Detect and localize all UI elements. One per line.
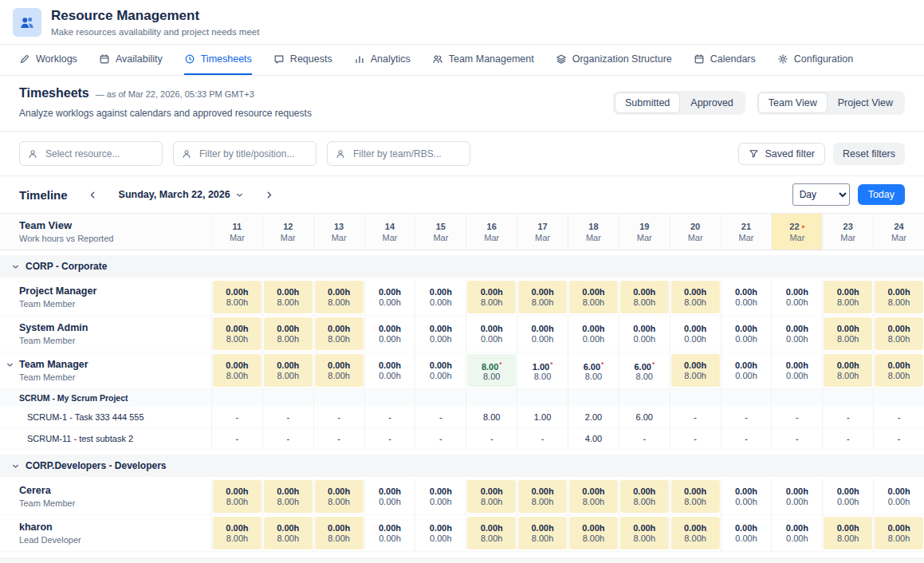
timesheet-cell[interactable]: 0.00h0.00h bbox=[364, 279, 415, 315]
task-hours-cell[interactable]: - bbox=[873, 428, 924, 449]
task-hours-cell[interactable]: - bbox=[873, 407, 924, 427]
saved-filter-button[interactable]: Saved filter bbox=[738, 143, 825, 165]
task-hours-cell[interactable]: - bbox=[415, 407, 466, 427]
timesheet-cell[interactable]: 0.00h0.00h bbox=[771, 316, 822, 352]
timesheet-cell[interactable]: 0.00h8.00h bbox=[262, 478, 313, 514]
day-header-17[interactable]: 17Mar bbox=[517, 214, 568, 250]
timesheet-cell[interactable]: 0.00h8.00h bbox=[211, 478, 262, 514]
timesheet-cell[interactable]: 0.00h0.00h bbox=[364, 515, 415, 551]
title-filter[interactable] bbox=[173, 141, 317, 166]
timesheet-cell[interactable]: 0.00h8.00h bbox=[313, 316, 364, 352]
task-label[interactable]: SCRUM-1 - Task 333 444 555 bbox=[0, 407, 211, 427]
task-hours-cell[interactable]: - bbox=[721, 407, 772, 427]
day-header-16[interactable]: 16Mar bbox=[466, 214, 517, 250]
approved-button[interactable]: Approved bbox=[680, 93, 744, 113]
resource-input[interactable] bbox=[44, 148, 155, 160]
timesheet-cell[interactable]: 0.00h0.00h bbox=[415, 352, 466, 388]
tab-calendars[interactable]: Calendars bbox=[694, 45, 756, 75]
timesheet-cell[interactable]: 0.00h8.00h bbox=[568, 478, 619, 514]
chevron-down-icon[interactable] bbox=[11, 462, 20, 470]
timesheet-cell[interactable]: 0.00h8.00h bbox=[822, 515, 873, 551]
task-hours-cell[interactable]: - bbox=[771, 428, 822, 449]
timesheet-cell[interactable]: 0.00h0.00h bbox=[873, 478, 924, 514]
task-hours-cell[interactable]: 8.00 bbox=[466, 407, 517, 427]
team-view-button[interactable]: Team View bbox=[758, 93, 828, 113]
title-filter-input[interactable] bbox=[198, 148, 309, 160]
timesheet-cell[interactable]: 0.00h8.00h bbox=[313, 352, 364, 388]
timesheet-cell[interactable]: 0.00h8.00h bbox=[466, 515, 517, 551]
timesheet-cell[interactable]: 0.00h8.00h bbox=[873, 515, 924, 551]
timesheet-cell[interactable]: 0.00h8.00h bbox=[670, 279, 721, 315]
day-header-11[interactable]: 11Mar bbox=[211, 214, 262, 250]
timesheet-cell[interactable]: 0.00h0.00h bbox=[364, 352, 415, 388]
task-hours-cell[interactable]: - bbox=[670, 407, 721, 427]
task-hours-cell[interactable]: - bbox=[619, 428, 670, 449]
timesheet-cell[interactable]: 0.00h0.00h bbox=[364, 478, 415, 514]
tab-availability[interactable]: Availability bbox=[99, 45, 163, 75]
task-hours-cell[interactable]: - bbox=[670, 428, 721, 449]
day-header-22[interactable]: 22 •Mar bbox=[771, 214, 822, 250]
tab-worklogs[interactable]: Worklogs bbox=[19, 45, 77, 75]
reset-filters-button[interactable]: Reset filters bbox=[833, 143, 905, 165]
team-filter-input[interactable] bbox=[352, 148, 462, 160]
timesheet-cell[interactable]: 0.00h8.00h bbox=[873, 316, 924, 352]
timesheet-cell[interactable]: 0.00h8.00h bbox=[466, 279, 517, 315]
timesheet-cell[interactable]: 1.00•8.00 bbox=[517, 352, 568, 388]
timesheet-cell[interactable]: 0.00h8.00h bbox=[670, 515, 721, 551]
timesheet-cell[interactable]: 0.00h8.00h bbox=[568, 279, 619, 315]
date-selector[interactable]: Sunday, March 22, 2026 bbox=[114, 188, 249, 201]
timesheet-cell[interactable]: 0.00h8.00h bbox=[211, 515, 262, 551]
group-header[interactable]: CORP - Corporate bbox=[0, 255, 924, 278]
task-hours-cell[interactable]: 6.00 bbox=[619, 407, 670, 427]
tab-requests[interactable]: Requests bbox=[273, 45, 332, 75]
tab-analytics[interactable]: Analytics bbox=[354, 45, 411, 75]
task-hours-cell[interactable]: 1.00 bbox=[517, 407, 568, 427]
timesheet-cell[interactable]: 0.00h8.00h bbox=[670, 352, 721, 388]
timesheet-cell[interactable]: 0.00h0.00h bbox=[517, 316, 568, 352]
timesheet-cell[interactable]: 0.00h0.00h bbox=[771, 478, 822, 514]
team-filter[interactable] bbox=[327, 141, 470, 166]
day-header-13[interactable]: 13Mar bbox=[313, 214, 364, 250]
task-hours-cell[interactable]: - bbox=[517, 428, 568, 449]
timesheet-cell[interactable]: 0.00h0.00h bbox=[415, 515, 466, 551]
timesheet-cell[interactable]: 0.00h8.00h bbox=[822, 279, 873, 315]
timesheet-cell[interactable]: 0.00h0.00h bbox=[822, 478, 873, 514]
timesheet-cell[interactable]: 0.00h8.00h bbox=[211, 316, 262, 352]
timesheet-cell[interactable]: 0.00h8.00h bbox=[619, 279, 670, 315]
prev-day-button[interactable] bbox=[84, 185, 103, 204]
timesheet-cell[interactable]: 0.00h8.00h bbox=[619, 515, 670, 551]
timesheet-cell[interactable]: 0.00h0.00h bbox=[721, 352, 772, 388]
timesheet-cell[interactable]: 0.00h0.00h bbox=[771, 352, 822, 388]
next-day-button[interactable] bbox=[260, 185, 279, 204]
timesheet-cell[interactable]: 0.00h0.00h bbox=[721, 515, 772, 551]
task-hours-cell[interactable]: - bbox=[822, 407, 873, 427]
task-label[interactable]: SCRUM-11 - test subtask 2 bbox=[0, 428, 211, 449]
timesheet-cell[interactable]: 6.00•8.00 bbox=[568, 352, 619, 388]
task-hours-cell[interactable]: - bbox=[364, 407, 415, 427]
timesheet-cell[interactable]: 0.00h8.00h bbox=[568, 515, 619, 551]
day-header-14[interactable]: 14Mar bbox=[364, 214, 415, 250]
task-hours-cell[interactable]: - bbox=[211, 407, 262, 427]
timesheet-cell[interactable]: 0.00h8.00h bbox=[211, 279, 262, 315]
timesheet-cell[interactable]: 0.00h8.00h bbox=[619, 478, 670, 514]
task-hours-cell[interactable]: - bbox=[822, 428, 873, 449]
chevron-down-icon[interactable] bbox=[6, 360, 14, 369]
project-view-button[interactable]: Project View bbox=[828, 93, 903, 113]
timesheet-cell[interactable]: 0.00h8.00h bbox=[313, 279, 364, 315]
timesheet-cell[interactable]: 0.00h0.00h bbox=[619, 316, 670, 352]
tab-timesheets[interactable]: Timesheets bbox=[184, 45, 252, 75]
day-header-15[interactable]: 15Mar bbox=[415, 214, 466, 250]
task-hours-cell[interactable]: 2.00 bbox=[568, 407, 619, 427]
timesheet-cell[interactable]: 0.00h8.00h bbox=[822, 352, 873, 388]
day-header-20[interactable]: 20Mar bbox=[670, 214, 721, 250]
day-header-19[interactable]: 19Mar bbox=[619, 214, 670, 250]
timesheet-cell[interactable]: 0.00h8.00h bbox=[262, 279, 313, 315]
timesheet-cell[interactable]: 0.00h0.00h bbox=[721, 279, 772, 315]
timesheet-cell[interactable]: 0.00h8.00h bbox=[517, 478, 568, 514]
task-hours-cell[interactable]: - bbox=[262, 428, 313, 449]
timesheet-cell[interactable]: 0.00h8.00h bbox=[262, 515, 313, 551]
today-button[interactable]: Today bbox=[858, 184, 905, 205]
day-header-12[interactable]: 12Mar bbox=[262, 214, 313, 250]
range-select[interactable]: Day bbox=[792, 183, 850, 206]
timesheet-cell[interactable]: 0.00h8.00h bbox=[466, 478, 517, 514]
